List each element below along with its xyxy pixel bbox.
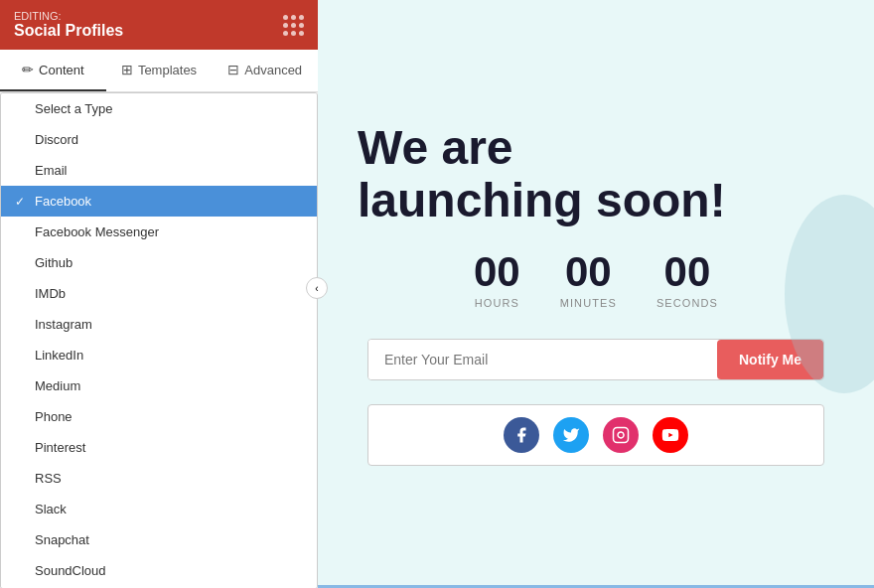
minutes-label: MINUTES [560, 297, 617, 309]
editing-info: EDITING: Social Profiles [14, 10, 123, 40]
list-item-label: RSS [35, 471, 62, 486]
list-item-phone[interactable]: Phone [1, 401, 317, 432]
seconds-label: SECONDS [656, 297, 718, 309]
instagram-icon[interactable] [603, 417, 639, 453]
hero-line-2: launching soon! [358, 175, 726, 227]
list-item-label: Phone [35, 409, 73, 424]
list-item-facebook-messenger[interactable]: Facebook Messenger [1, 217, 317, 247]
list-item-snapchat[interactable]: Snapchat [1, 524, 317, 555]
list-item-label: Discord [35, 132, 78, 147]
tab-templates-label: Templates [138, 63, 197, 77]
list-item-select-type[interactable]: Select a Type [1, 93, 317, 124]
list-item-label: Email [35, 163, 68, 178]
list-item-label: LinkedIn [35, 348, 83, 363]
editing-label: EDITING: [14, 10, 123, 22]
countdown-hours: 00 HOURS [474, 251, 520, 309]
list-item-imdb[interactable]: IMDb [1, 278, 317, 309]
list-item-label: SoundCloud [35, 563, 106, 578]
svg-rect-0 [614, 427, 629, 442]
list-item-soundcloud[interactable]: SoundCloud [1, 555, 317, 586]
email-input[interactable] [368, 340, 717, 379]
social-icons-row [367, 404, 824, 466]
main-content-area: We are launching soon! 00 HOURS 00 MINUT… [318, 0, 874, 588]
list-item-label: IMDb [35, 286, 66, 301]
hero-text: We are launching soon! [358, 122, 726, 227]
templates-tab-icon: ⊞ [121, 62, 133, 77]
tab-content-label: Content [39, 63, 84, 77]
tab-advanced-label: Advanced [244, 63, 302, 77]
dots-menu-icon[interactable] [283, 15, 304, 36]
list-item-slack[interactable]: Slack [1, 494, 317, 524]
countdown: 00 HOURS 00 MINUTES 00 SECONDS [474, 251, 718, 309]
list-item-instagram[interactable]: Instagram [1, 309, 317, 340]
list-item-label: Snapchat [35, 532, 89, 547]
type-dropdown-list: Select a Type Discord Email ✓ Facebook F… [0, 92, 318, 588]
left-panel: EDITING: Social Profiles ✏ Content ⊞ Tem… [0, 0, 318, 588]
list-item-discord[interactable]: Discord [1, 124, 317, 155]
list-item-rss[interactable]: RSS [1, 463, 317, 494]
twitter-icon[interactable] [553, 417, 589, 453]
tabs-bar: ✏ Content ⊞ Templates ⊟ Advanced [0, 50, 318, 92]
email-form: Notify Me [367, 339, 824, 380]
list-item-facebook[interactable]: ✓ Facebook [1, 186, 317, 217]
list-item-email[interactable]: Email [1, 155, 317, 186]
list-item-label: Select a Type [35, 101, 113, 116]
tab-templates[interactable]: ⊞ Templates [106, 50, 213, 91]
list-item-label: Instagram [35, 317, 92, 332]
list-item-linkedin[interactable]: LinkedIn [1, 340, 317, 370]
hours-value: 00 [474, 251, 520, 293]
facebook-icon[interactable] [504, 417, 539, 453]
tab-advanced[interactable]: ⊟ Advanced [212, 50, 318, 91]
list-item-medium[interactable]: Medium [1, 370, 317, 401]
countdown-minutes: 00 MINUTES [560, 251, 617, 309]
list-item-label: Pinterest [35, 440, 85, 455]
hours-label: HOURS [475, 297, 519, 309]
list-item-label: Facebook Messenger [35, 224, 159, 239]
list-item-label: Medium [35, 378, 80, 393]
countdown-seconds: 00 SECONDS [656, 251, 718, 309]
editing-title: Social Profiles [14, 22, 123, 39]
list-item-pinterest[interactable]: Pinterest [1, 432, 317, 463]
list-item-label: Slack [35, 502, 67, 516]
content-tab-icon: ✏ [22, 62, 34, 77]
minutes-value: 00 [565, 251, 612, 293]
seconds-value: 00 [664, 251, 711, 293]
list-item-label: Facebook [35, 194, 91, 209]
tab-content[interactable]: ✏ Content [0, 50, 106, 91]
collapse-panel-button[interactable]: ‹ [306, 277, 328, 299]
editing-header: EDITING: Social Profiles [0, 0, 318, 50]
hero-line-1: We are [358, 122, 726, 175]
list-item-github[interactable]: Github [1, 247, 317, 278]
youtube-icon[interactable] [653, 417, 688, 453]
advanced-tab-icon: ⊟ [227, 62, 239, 77]
list-item-label: Github [35, 255, 73, 270]
